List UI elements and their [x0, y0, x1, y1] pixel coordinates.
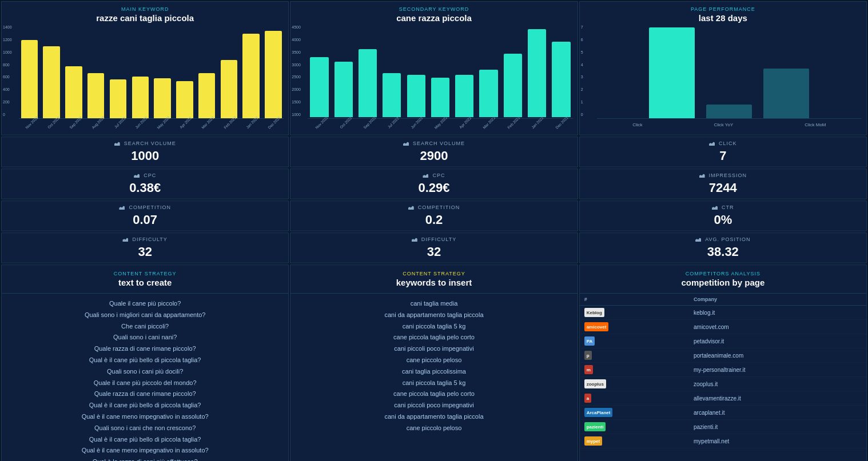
main-chart-yaxis: 1400120010008006004002000 [3, 25, 12, 117]
competitors-table: # Company Keblog keblog.it amicovet amic… [580, 294, 866, 448]
col-header-num: # [580, 294, 689, 306]
perf-label-mom: Click MoM [805, 122, 826, 127]
competitors-panel: COMPETITORS ANALYSIS competition by page… [579, 264, 867, 461]
arca-logo: ArcaPlanet [584, 408, 613, 417]
main-sv-label: SEARCH VOLUME [124, 141, 176, 146]
x-label: Feb 2022 [507, 115, 527, 136]
secondary-keyword-metrics: SEARCH VOLUME 2900 CPC 0.29€ COMPETITION… [290, 137, 578, 263]
x-label: Apr 2022 [459, 116, 479, 137]
sec-competition-cell: COMPETITION 0.2 [290, 201, 578, 231]
secondary-keyword-chart [308, 27, 572, 119]
competitor-name: mypetmall.net [689, 434, 866, 448]
petadvisor-logo: PA [584, 336, 595, 346]
x-label: May 2022 [434, 115, 455, 137]
bar-col [308, 27, 331, 117]
list-item: Quali sono i cani che non crescono? [9, 423, 281, 434]
sec-sv-label-row: SEARCH VOLUME [297, 141, 570, 146]
main-search-volume-cell: SEARCH VOLUME 1000 [1, 137, 289, 167]
bar-col [196, 27, 217, 118]
x-label: Nov 2022 [314, 115, 336, 137]
mypet-logo: mypet [584, 436, 603, 446]
main-keyword-title: razze cani taglia piccola [7, 13, 282, 23]
avg-pos-label: AVG. POSITION [705, 236, 750, 242]
difficulty-icon [122, 237, 128, 242]
x-label: Mar 2022 [201, 115, 221, 136]
sec-cpc-label: CPC [432, 173, 445, 178]
impression-cell: IMPRESSION 7244 [579, 169, 867, 199]
sec-diff-icon [412, 237, 417, 242]
bar-col [107, 27, 129, 118]
zooplus-logo: zooplus [584, 379, 606, 388]
ctr-label: CTR [722, 205, 734, 210]
list-item: Quale razza di cane rimane piccolo? [9, 343, 281, 355]
competitor-logo-cell: p [580, 348, 689, 363]
bar-col [263, 27, 284, 118]
list-item: Quali sono i cani più docili? [9, 366, 281, 378]
bar-col [405, 27, 428, 117]
list-item: cani taglia piccolissima [297, 366, 570, 378]
table-row: pazienti pazienti.it [580, 420, 866, 434]
main-cpc-label-row: CPC [9, 173, 281, 178]
impression-icon [699, 173, 705, 178]
sec-sv-value: 2900 [297, 149, 570, 163]
bar-col [130, 27, 151, 118]
personal-logo: m [584, 365, 593, 374]
list-item: cani piccola taglia 5 kg [297, 321, 570, 332]
main-sv-value: 1000 [9, 149, 281, 163]
pazienti-logo: pazienti [584, 422, 606, 431]
secondary-keyword-title: cane razza piccola [296, 13, 571, 23]
sec-diff-label: DIFFICULTY [421, 236, 456, 242]
list-item: Quale razza di cane rimane piccolo? [9, 388, 281, 400]
sec-cpc-icon [423, 173, 428, 178]
main-sv-label-row: SEARCH VOLUME [9, 141, 281, 146]
list-item: cane piccolo peloso [297, 423, 570, 434]
x-label: Feb 2022 [223, 115, 244, 136]
table-row: amicovet amicovet.com [580, 320, 866, 334]
cs-keywords-label: CONTENT STRATEGY [296, 271, 571, 276]
list-item: Qual è la razza di cani più affettuosa? [9, 456, 281, 461]
sec-comp-label-row: COMPETITION [297, 205, 570, 210]
sec-sv-label: SEARCH VOLUME [413, 141, 465, 146]
click-cell: CLICK 7 [579, 137, 867, 167]
competitor-logo-cell: a [580, 391, 689, 406]
avg-pos-value: 38.32 [587, 244, 859, 259]
impression-value: 7244 [587, 181, 859, 195]
bar-col [429, 27, 452, 117]
competitor-logo-cell: ArcaPlanet [580, 406, 689, 420]
x-label: Mar 2022 [482, 115, 503, 136]
table-row: zooplus zooplus.it [580, 377, 866, 391]
sec-comp-icon [408, 205, 414, 210]
competitor-logo-cell: PA [580, 334, 689, 348]
sec-sv-icon [403, 141, 409, 146]
competitor-logo-cell: pazienti [580, 420, 689, 434]
search-volume-icon [114, 141, 120, 146]
bar-col [453, 27, 476, 117]
secondary-keyword-header: SECONDARY KEYWORD cane razza piccola [290, 2, 577, 25]
col-header-company: Company [689, 294, 866, 306]
content-strategy-keywords-panel: CONTENT STRATEGY keywords to insert cani… [290, 264, 578, 461]
competitors-label: COMPETITORS ANALYSIS [586, 271, 861, 276]
cpc-icon [134, 173, 140, 178]
bar-col [356, 27, 379, 117]
competitor-name: my-personaltrainer.it [689, 363, 866, 377]
keblog-logo: Keblog [584, 308, 604, 317]
competitors-header: COMPETITORS ANALYSIS competition by page [580, 265, 866, 294]
x-label: Oct 2022 [47, 116, 67, 137]
sec-difficulty-cell: DIFFICULTY 32 [290, 232, 578, 263]
x-label: Aug 2022 [91, 115, 112, 137]
main-cpc-cell: CPC 0.38€ [1, 169, 289, 199]
list-item: cane piccola taglia pelo corto [297, 388, 570, 400]
amicovet-logo: amicovet [584, 322, 609, 331]
portale-logo: p [584, 351, 592, 360]
avg-pos-icon [695, 237, 701, 242]
x-label: May 2022 [156, 115, 177, 137]
competitor-logo-cell: Keblog [580, 306, 689, 320]
x-label: Jan 2022 [245, 116, 265, 137]
allev-logo: a [584, 394, 591, 403]
main-diff-label-row: DIFFICULTY [9, 236, 281, 242]
secondary-keyword-panel: SECONDARY KEYWORD cane razza piccola 450… [290, 1, 578, 135]
page-performance-header: PAGE PERFORMANCE last 28 days [580, 2, 866, 25]
list-item: cani piccoli poco impegnativi [297, 400, 570, 411]
ctr-icon [712, 205, 718, 210]
main-competition-cell: COMPETITION 0.07 [1, 201, 289, 231]
